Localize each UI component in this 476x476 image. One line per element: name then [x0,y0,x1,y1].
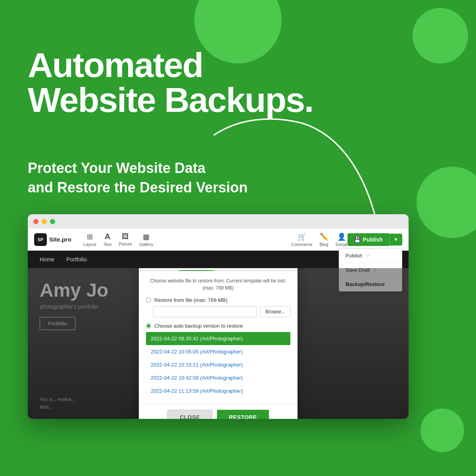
browser-titlebar [28,214,409,228]
tool-blog[interactable]: ✏️ Blog [320,232,328,247]
restore-button[interactable]: RESTORE [217,410,269,419]
dialog-info-text: Choose website file to restore from. Cur… [146,277,290,292]
site-logo: SP Site.pro [34,233,71,246]
tool-text-label: Text [104,242,111,247]
backup-item-3[interactable]: 2022-04-22 10:42:58 (Art/Photographer) [146,371,290,384]
editor-right: 💾 Publish ▼ [347,233,402,246]
backup-item-2[interactable]: 2022-04-22 10:15:21 (Art/Photographer) [146,358,290,371]
backup-item-0[interactable]: 2022-04-22 08:35:42 (Art/Photographer) [146,332,290,345]
tool-blog-label: Blog [320,242,328,247]
backup-item-1[interactable]: 2022-04-22 10:05:05 (Art/Photographer) [146,345,290,358]
radio-file-row: Restore from file (max: 769 MB) [146,297,290,303]
tool-picture[interactable]: 🖼 Picture [119,232,132,246]
editor-bar: SP Site.pro ⊞ Layout A Text 🖼 Picture ▦ … [28,228,409,251]
publish-button-group: 💾 Publish ▼ [347,233,402,246]
radio-file-label: Restore from file (max: 769 MB) [154,297,227,303]
tool-social-label: Social [336,242,347,247]
backup-restore-dialog: Backup/Restore × Backup Restore Choose w… [139,268,298,419]
site-content: Amy Jo photographer's portfolio Portfoli… [28,268,409,419]
tool-layout-label: Layout [83,242,96,247]
publish-main-button[interactable]: 💾 Publish [347,233,390,246]
tool-gallery[interactable]: ▦ Gallery [139,232,153,247]
dialog-overlay: Backup/Restore × Backup Restore Choose w… [28,268,409,419]
decorative-circle-mid-right [416,167,476,238]
tab-restore[interactable]: Restore [179,268,214,271]
browse-button[interactable]: Browse... [260,306,290,317]
site-name: Site.pro [49,236,71,243]
close-dialog-button[interactable]: CLOSE [167,410,212,419]
subtitle: Protect Your Website Data and Restore th… [28,159,248,197]
nav-home[interactable]: Home [40,256,54,263]
layout-icon: ⊞ [87,232,93,241]
tool-picture-label: Picture [119,242,132,246]
tab-backup[interactable]: Backup [146,268,179,271]
text-icon: A [105,232,110,241]
nav-portfolio[interactable]: Portfolio [66,256,86,263]
gallery-icon: ▦ [143,232,150,241]
backup-item-4[interactable]: 2022-04-22 11:13:59 (Art/Photographer) [146,384,290,397]
publish-dropdown-toggle[interactable]: ▼ [389,234,402,246]
browser-dot-green [50,219,55,224]
save-icon: 💾 [354,236,361,243]
tool-commerce-label: Commerce [291,242,313,247]
picture-icon: 🖼 [122,232,129,241]
radio-file-input[interactable] [146,298,151,303]
tool-layout[interactable]: ⊞ Layout [83,232,96,247]
dialog-footer: CLOSE RESTORE [139,404,298,419]
tool-commerce[interactable]: 🛒 Commerce [291,232,313,247]
browser-window: SP Site.pro ⊞ Layout A Text 🖼 Picture ▦ … [28,214,409,419]
editor-tools: ⊞ Layout A Text 🖼 Picture ▦ Gallery 🛒 Co… [83,232,347,247]
file-input[interactable] [153,306,257,317]
tool-social[interactable]: 👤 Social [336,232,347,247]
logo-sp-icon: SP [34,233,47,246]
file-input-row: Browse... [153,306,290,317]
tool-gallery-label: Gallery [139,242,153,247]
blog-icon: ✏️ [320,232,328,241]
decorative-circle-bottom-right [420,409,464,452]
commerce-icon: 🛒 [298,232,306,241]
browser-dot-red [33,219,38,224]
dropdown-publish[interactable]: Publish ? [339,249,402,263]
social-icon: 👤 [337,232,346,241]
main-heading: Automated Website Backups. [28,48,337,117]
dialog-tabs: Backup Restore [139,268,298,271]
radio-auto-input[interactable] [146,323,151,328]
decorative-circle-top-right [413,8,468,63]
dialog-body: Choose website file to restore from. Cur… [139,271,298,404]
radio-auto-label: Choose auto backup version to restore [154,323,243,329]
tool-text[interactable]: A Text [104,232,111,247]
backup-version-list: 2022-04-22 08:35:42 (Art/Photographer) 2… [146,332,290,397]
radio-auto-row: Choose auto backup version to restore [146,323,290,329]
browser-dot-yellow [42,219,47,224]
